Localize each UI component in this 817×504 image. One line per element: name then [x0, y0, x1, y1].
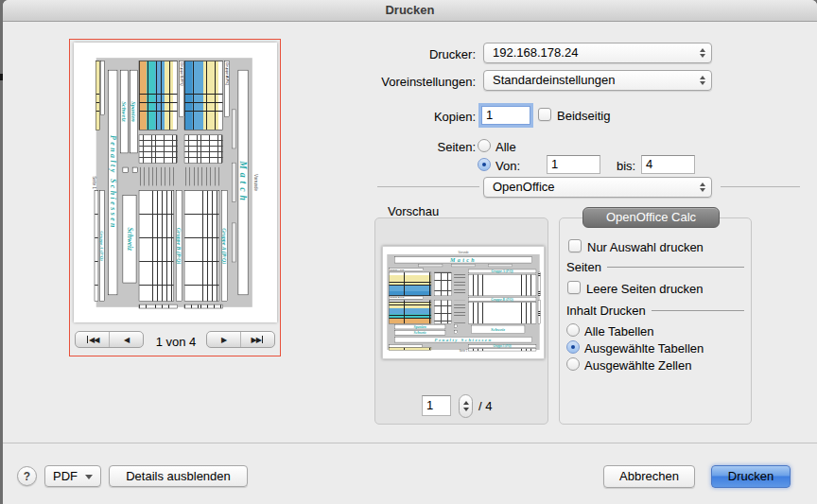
name-list	[454, 301, 465, 323]
hide-details-button[interactable]: Details ausblenden	[109, 465, 248, 487]
presets-label: Voreinstellungen:	[340, 75, 476, 89]
pages-to-label: bis:	[617, 159, 635, 173]
group-b-table-header: Gruppe B P/Q	[179, 61, 183, 117]
presets-select[interactable]: Standardeinstellungen	[483, 70, 712, 91]
printer-select[interactable]: 192.168.178.24	[483, 43, 712, 63]
pages-to-input[interactable]: 4	[641, 155, 695, 174]
document-preview-rotated: Vorrunde Match Gruppe A P/Q Gruppe A (P/…	[92, 56, 258, 309]
edge-cells	[538, 300, 541, 323]
score-grid	[434, 300, 452, 323]
app-options-select[interactable]: OpenOffice	[483, 177, 712, 198]
pages-from-input[interactable]: 1	[547, 155, 600, 174]
pdf-menu-button[interactable]: PDF	[44, 465, 101, 487]
calc-panel-tab[interactable]: OpenOffice Calc	[582, 207, 720, 228]
info-bar	[419, 264, 443, 267]
document-preview-mini: Vorrunde Match Gruppe A P/Q Gruppe A (P/…	[386, 251, 541, 353]
selected-tables-radio[interactable]	[566, 340, 580, 354]
window-title: Drucken	[3, 0, 817, 21]
results-grid	[139, 190, 174, 302]
results-grid	[468, 274, 536, 296]
selected-cells-radio[interactable]	[566, 357, 580, 371]
group-a-label: Gruppe A (P/Q)	[221, 190, 228, 302]
group-a-band: Gruppe A P/Q Gruppe A (P/Q)	[389, 269, 539, 296]
name-list	[140, 167, 177, 186]
score-grid	[434, 272, 452, 296]
copies-input[interactable]: 1	[481, 106, 530, 125]
selected-cells-label: Ausgewählte Zellen	[584, 358, 691, 373]
penalty-title: Penalty Schiessen	[108, 70, 117, 295]
partial-header	[100, 61, 104, 115]
content-section-header: Inhalt Drucken	[566, 304, 744, 318]
duplex-checkbox[interactable]	[538, 108, 551, 121]
match-title: Match	[394, 257, 532, 264]
group-a-color-rows	[389, 272, 431, 296]
calc-options-panel: Nur Auswahl drucken Seiten Leere Seiten …	[559, 217, 752, 425]
match-title: Match	[238, 70, 249, 295]
duplex-label: Beidseitig	[557, 109, 610, 123]
preview-page-sheet: Vorrunde Match Gruppe A P/Q Gruppe A (P/…	[74, 43, 277, 322]
screen-edge-artifact	[0, 74, 3, 80]
score-grid	[184, 135, 223, 164]
last-page-button[interactable]: ▶▶	[240, 332, 274, 347]
all-tables-label: Alle Tabellen	[584, 324, 653, 339]
info-bar	[232, 163, 235, 202]
document-footer-text: Seite 1	[92, 56, 96, 309]
document-footer-text: Seite 1	[386, 350, 541, 353]
document-header-text: Vorrunde	[386, 251, 541, 253]
team-box-schweiz-large: Schweiz	[471, 325, 525, 334]
small-cell	[123, 167, 129, 173]
dropdown-arrow-icon	[85, 475, 93, 479]
pages-from-radio[interactable]	[478, 158, 491, 171]
separator-line	[721, 186, 800, 187]
team-box-schweiz: Schweiz	[120, 70, 128, 153]
printer-label: Drucker:	[359, 47, 476, 61]
cancel-button[interactable]: Abbrechen	[603, 465, 695, 488]
pdf-menu-label: PDF	[53, 469, 78, 483]
all-tables-radio[interactable]	[566, 323, 580, 337]
vorschau-label: Vorschau	[388, 204, 439, 218]
vorschau-page-total: / 4	[478, 399, 492, 413]
pages-label: Seiten:	[359, 140, 476, 154]
pages-all-label: Alle	[495, 140, 516, 154]
team-box-schweiz-large: Schweiz	[123, 195, 137, 283]
copies-label: Kopien:	[359, 110, 476, 124]
page-preview-pane: Vorrunde Match Gruppe A P/Q Gruppe A (P/…	[69, 39, 281, 356]
group-a-color-rows	[184, 61, 223, 130]
results-grid	[468, 303, 536, 324]
print-button[interactable]: Drucken	[711, 465, 791, 488]
info-bar	[451, 264, 476, 267]
info-bar	[488, 264, 513, 267]
print-dialog: Drucken Vorrunde Match Gruppe A P/Q Grup…	[0, 0, 817, 504]
empty-pages-label: Leere Seiten drucken	[586, 282, 704, 296]
document-header-text: Vorrunde	[253, 56, 258, 309]
small-cell	[454, 330, 458, 334]
info-bar	[232, 223, 235, 263]
group-b-label: Gruppe B (P/Q)	[176, 190, 183, 302]
group-b-table-header: Gruppe B P/Q	[389, 296, 424, 299]
name-list	[185, 167, 222, 186]
info-bar	[232, 110, 235, 149]
team-box-spanien: Spanien	[394, 324, 445, 329]
content-section-label: Inhalt Drucken	[566, 304, 646, 318]
vorschau-page-stepper[interactable]	[459, 394, 473, 418]
edge-cells	[139, 304, 178, 308]
team-box-schweiz: Schweiz	[394, 330, 445, 335]
group-a-table-header: Gruppe A P/Q	[389, 269, 424, 271]
only-selection-checkbox[interactable]	[568, 239, 582, 252]
updown-arrows-icon	[700, 182, 705, 192]
next-page-button[interactable]: ▶	[207, 332, 240, 347]
preview-nav-forward-group: ▶ ▶▶	[206, 331, 275, 348]
printer-select-value: 192.168.178.24	[493, 45, 578, 60]
presets-select-value: Standardeinstellungen	[493, 73, 615, 87]
group-a-table-header: Gruppe A P/Q	[224, 61, 229, 117]
vorschau-box: Vorrunde Match Gruppe A P/Q Gruppe A (P/…	[374, 217, 548, 425]
help-button[interactable]: ?	[17, 466, 37, 486]
pages-all-radio[interactable]	[478, 139, 491, 152]
vorschau-page-input[interactable]: 1	[422, 395, 451, 416]
partial-group-label: Gruppe A (P/Q)	[99, 190, 104, 302]
small-cell	[454, 324, 458, 328]
small-cell	[132, 167, 138, 173]
seiten-section-header: Seiten	[566, 260, 744, 274]
empty-pages-checkbox[interactable]	[567, 281, 581, 294]
edge-cells	[184, 304, 223, 308]
